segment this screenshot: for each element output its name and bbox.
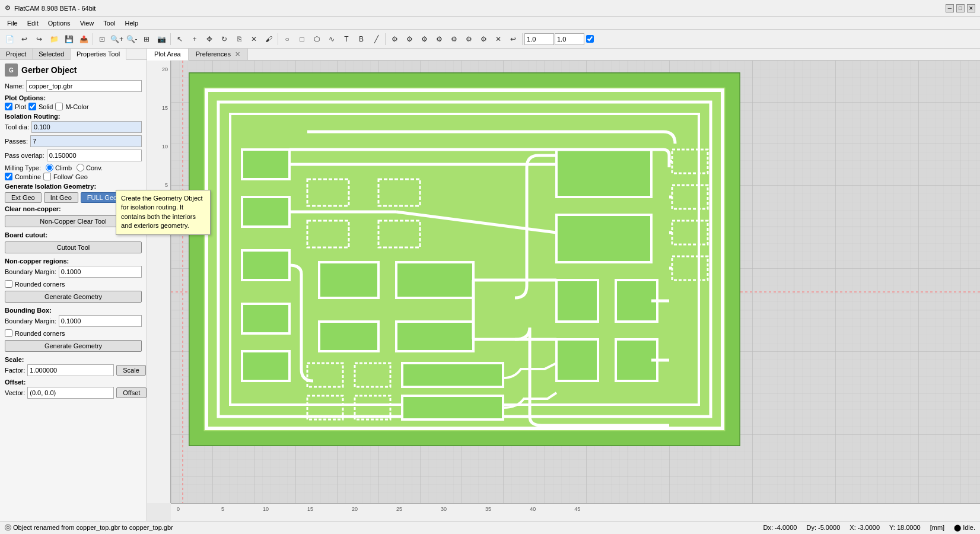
minimize-button[interactable]: ─ [946, 4, 954, 12]
tool3-button[interactable]: ⚙ [417, 32, 431, 46]
nc-rounded-checkbox[interactable] [5, 280, 12, 288]
mcolor-label: M-Color [65, 103, 88, 110]
copy-button[interactable]: ⎘ [232, 32, 246, 46]
climb-radio[interactable] [46, 164, 53, 171]
svg-rect-20 [319, 322, 378, 351]
pass-overlap-label: Pass overlap: [5, 152, 44, 159]
buffer-button[interactable]: B [354, 32, 368, 46]
plot-checkbox[interactable] [5, 103, 12, 110]
save-button[interactable]: 💾 [62, 32, 76, 46]
menu-edit[interactable]: Edit [23, 18, 43, 28]
tool1-button[interactable]: ⚙ [387, 32, 402, 46]
zoom-in-button[interactable]: 🔍+ [110, 32, 124, 46]
tool9-button[interactable]: ↩ [506, 32, 520, 46]
new-button[interactable]: 📄 [2, 32, 17, 46]
nc-generate-geometry-button[interactable]: Generate Geometry [5, 291, 142, 303]
undo-button[interactable]: ↩ [17, 32, 31, 46]
int-geo-button[interactable]: Int Geo [44, 192, 78, 203]
mcolor-checkbox[interactable] [55, 103, 63, 110]
tool-dia-input[interactable] [31, 121, 142, 133]
zoom-out-button[interactable]: 🔍- [125, 32, 139, 46]
preferences-close-icon[interactable]: ✕ [235, 50, 240, 58]
scale-button[interactable]: Scale [116, 365, 146, 376]
menu-options[interactable]: Options [43, 18, 75, 28]
add-point-button[interactable]: + [187, 32, 202, 46]
factor-input[interactable] [27, 364, 114, 376]
maximize-button[interactable]: □ [956, 4, 965, 12]
ruler-v-tick-5: 5 [165, 182, 168, 188]
canvas-wrapper[interactable]: 20 15 10 5 0 0 5 10 15 20 25 30 35 40 45 [147, 61, 980, 521]
bb-rounded-checkbox[interactable] [5, 329, 12, 337]
path-button[interactable]: ∿ [324, 32, 339, 46]
ruler-horizontal: 0 5 10 15 20 25 30 35 40 45 [171, 503, 980, 521]
tab-plot-area[interactable]: Plot Area [147, 49, 189, 61]
plot-canvas[interactable] [171, 61, 980, 503]
nc-boundary-margin-label: Boundary Margin: [5, 268, 56, 275]
pass-overlap-row: Pass overlap: [5, 150, 142, 161]
ext-geo-button[interactable]: Ext Geo [5, 192, 42, 203]
rotate-button[interactable]: ↻ [217, 32, 231, 46]
tab-preferences[interactable]: Preferences ✕ [189, 49, 248, 60]
bb-boundary-margin-input[interactable] [59, 315, 142, 327]
cutout-tool-button[interactable]: Cutout Tool [5, 241, 142, 253]
ruler-h-tick-25: 25 [396, 506, 402, 512]
screenshot-button[interactable]: 📷 [154, 32, 168, 46]
bb-generate-geometry-button[interactable]: Generate Geometry [5, 340, 142, 352]
offset-button[interactable]: Offset [116, 387, 147, 398]
rect-button[interactable]: □ [295, 32, 309, 46]
tool2-button[interactable]: ⚙ [402, 32, 416, 46]
tool4-button[interactable]: ⚙ [432, 32, 446, 46]
tool5-button[interactable]: ⚙ [447, 32, 461, 46]
redo-button[interactable]: ↪ [32, 32, 46, 46]
toolbar-checkbox[interactable] [586, 35, 594, 43]
close-button[interactable]: ✕ [967, 4, 975, 12]
solid-checkbox[interactable] [28, 103, 36, 110]
menu-tool[interactable]: Tool [98, 18, 120, 28]
menu-file[interactable]: File [2, 18, 23, 28]
select-button[interactable]: ↖ [173, 32, 187, 46]
zoom-area-button[interactable]: ⊞ [139, 32, 154, 46]
tool7-button[interactable]: ⚙ [476, 32, 491, 46]
zoom-value-input[interactable] [524, 33, 554, 45]
vector-input[interactable] [27, 387, 114, 399]
nc-boundary-margin-row: Boundary Margin: [5, 266, 142, 278]
conv-radio[interactable] [77, 164, 84, 171]
follow-geo-checkbox[interactable] [43, 173, 51, 180]
solid-label: Solid [39, 103, 53, 110]
combine-checkbox[interactable] [5, 173, 12, 180]
zoom-secondary-input[interactable] [555, 33, 584, 45]
bb-rounded-label: Rounded corners [15, 330, 65, 337]
svg-rect-9 [242, 150, 289, 179]
menu-help[interactable]: Help [120, 18, 143, 28]
name-input[interactable] [26, 80, 142, 92]
tool6-button[interactable]: ⚙ [462, 32, 476, 46]
svg-rect-10 [242, 197, 289, 227]
gerber-object-title: Gerber Object [21, 65, 77, 75]
move-button[interactable]: ✥ [202, 32, 217, 46]
nc-boundary-margin-input[interactable] [59, 266, 142, 278]
pcb-svg [189, 72, 740, 446]
svg-rect-30 [556, 280, 598, 322]
open-button[interactable]: 📁 [47, 32, 61, 46]
svg-rect-19 [396, 262, 473, 298]
export-button[interactable]: 📤 [77, 32, 91, 46]
tab-project[interactable]: Project [0, 49, 33, 59]
status-dy: Dy: -5.0000 [806, 524, 840, 532]
tool8-button[interactable]: ✕ [491, 32, 505, 46]
polygon-button[interactable]: ⬡ [310, 32, 324, 46]
text-button[interactable]: T [339, 32, 354, 46]
delete-button[interactable]: ✕ [247, 32, 261, 46]
circle-button[interactable]: ○ [280, 32, 294, 46]
ruler-v-tick-20: 20 [162, 66, 168, 72]
menu-view[interactable]: View [75, 18, 99, 28]
paint-button[interactable]: 🖌 [262, 32, 276, 46]
zoom-fit-button[interactable]: ⊡ [95, 32, 109, 46]
passes-input[interactable] [30, 135, 142, 147]
paint2-button[interactable]: ╱ [369, 32, 383, 46]
status-message: ⓪ Object renamed from copper_top.gbr to … [5, 523, 173, 532]
tab-properties-tool[interactable]: Properties Tool [71, 49, 126, 60]
pass-overlap-input[interactable] [47, 150, 142, 161]
tab-selected[interactable]: Selected [33, 49, 71, 59]
app-icon: ⚙ [5, 4, 11, 12]
toolbar-separator-5 [522, 33, 523, 45]
